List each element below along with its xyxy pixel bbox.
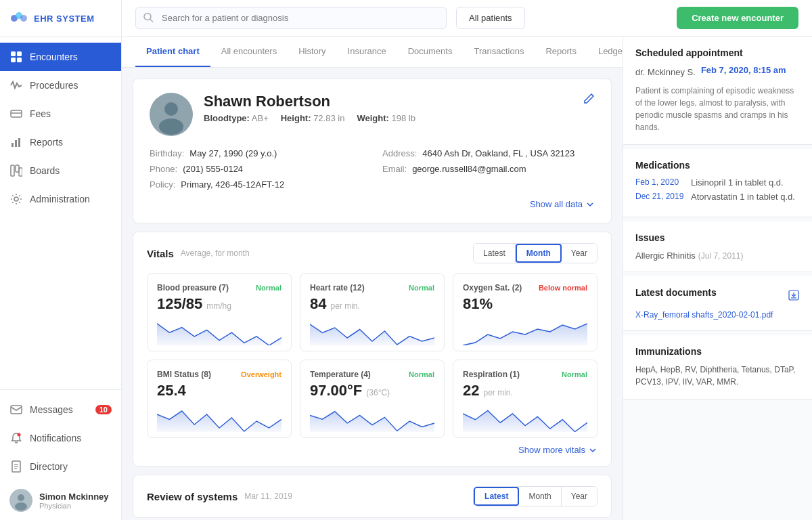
- appt-doctor: dr. Mckinney S.: [635, 67, 696, 77]
- ros-date: Mar 11, 2019: [244, 492, 292, 501]
- svg-point-28: [164, 102, 178, 116]
- vital-unit: mm/hg: [206, 301, 231, 311]
- svg-rect-9: [12, 143, 14, 147]
- tab-documents[interactable]: Documents: [397, 37, 464, 67]
- right-panel: Scheduled appointment dr. Mckinney S. Fe…: [623, 37, 812, 520]
- vital-chart: [310, 405, 434, 432]
- ros-filter-month[interactable]: Month: [519, 487, 561, 506]
- user-name: Simon Mckinney: [39, 492, 109, 502]
- svg-rect-5: [11, 58, 16, 62]
- sidebar-item-label: Reports: [30, 137, 63, 148]
- show-all-data-button[interactable]: Show all data: [150, 199, 595, 209]
- patient-details: Birthday: May 27, 1990 (29 y.o.) Address…: [150, 148, 595, 190]
- vital-value: 97.00°F: [310, 382, 362, 399]
- vital-name: Temperature (4): [310, 370, 371, 379]
- medication-row-1: Feb 1, 2020 Lisinopril 1 in tablet q.d.: [635, 177, 800, 188]
- doc-download-icon[interactable]: [788, 289, 800, 303]
- svg-rect-10: [15, 140, 17, 147]
- height-label: Height: 72.83 in: [281, 113, 345, 123]
- vital-chart: [310, 318, 434, 345]
- vitals-filter-month[interactable]: Month: [516, 244, 562, 263]
- issues-section: Issues Allergic Rhinitis (Jul 7, 2011): [623, 221, 812, 272]
- ros-title: Review of systems: [147, 491, 238, 502]
- ros-header: Review of systems Mar 11, 2019 Latest Mo…: [147, 486, 597, 506]
- vital-unit: (36°C): [366, 388, 390, 397]
- doc-filename[interactable]: X-Ray_femoral shafts_2020-02-01.pdf: [635, 310, 800, 320]
- show-more-vitals-button[interactable]: Show more vitals: [147, 445, 597, 455]
- create-encounter-button[interactable]: Create new encounter: [677, 7, 798, 29]
- tab-history[interactable]: History: [288, 37, 336, 67]
- ros-filter-latest[interactable]: Latest: [474, 487, 519, 506]
- svg-point-2: [20, 15, 27, 22]
- patient-header: Shawn Robertson Bloodtype: AB+ Height: 7…: [150, 93, 595, 136]
- latest-documents-section: Latest documents X-Ray_femoral shafts_20…: [623, 276, 812, 331]
- policy-row: Policy: Primary, 426-45-12AFT-12: [150, 179, 362, 190]
- weight-label: Weight: 198 lb: [357, 113, 415, 123]
- immunizations-title: Immunizations: [635, 346, 800, 357]
- sidebar-item-label: Boards: [30, 165, 60, 176]
- svg-rect-4: [17, 51, 22, 56]
- vital-item-4: Temperature (4) Normal 97.00°F (36°C): [300, 360, 445, 438]
- all-patients-button[interactable]: All patients: [456, 7, 525, 29]
- issue-name: Allergic Rhinitis: [635, 251, 696, 261]
- sidebar-item-messages[interactable]: Messages 10: [0, 395, 121, 424]
- vital-chart: [157, 318, 281, 345]
- tab-patient-chart[interactable]: Patient chart: [135, 37, 210, 67]
- sidebar-item-administration[interactable]: Administration: [0, 185, 121, 213]
- tab-reports[interactable]: Reports: [535, 37, 587, 67]
- vitals-filter-latest[interactable]: Latest: [474, 244, 516, 263]
- docs-title: Latest documents: [635, 287, 717, 298]
- edit-icon[interactable]: [583, 93, 595, 107]
- sidebar-item-procedures[interactable]: Procedures: [0, 71, 121, 100]
- barchart-icon: [9, 135, 23, 149]
- med-date-2: Dec 21, 2019: [635, 192, 684, 201]
- vital-unit: per min.: [330, 301, 359, 311]
- ros-filters: Latest Month Year: [473, 486, 597, 506]
- sidebar-item-encounters[interactable]: Encounters: [0, 43, 121, 71]
- sidebar-user: Simon Mckinney Physician: [0, 481, 121, 520]
- sidebar-item-label: Procedures: [30, 80, 78, 91]
- center-panel: Patient chart All encounters History Ins…: [122, 37, 623, 520]
- search-input[interactable]: [135, 7, 447, 29]
- vitals-title: Vitals: [147, 248, 174, 259]
- user-role: Physician: [39, 502, 109, 510]
- tab-ledger[interactable]: Ledger: [587, 37, 623, 67]
- tab-insurance[interactable]: Insurance: [337, 37, 397, 67]
- sidebar-item-fees[interactable]: Fees: [0, 100, 121, 128]
- sidebar-item-directory[interactable]: Directory: [0, 452, 121, 481]
- mail-icon: [9, 403, 23, 416]
- sidebar-item-label: Fees: [30, 108, 51, 119]
- svg-line-26: [150, 19, 153, 22]
- ros-filter-year[interactable]: Year: [562, 487, 597, 506]
- main-area: All patients Create new encounter Patien…: [122, 0, 812, 520]
- appt-notes: Patient is complaining of episodic weakn…: [635, 85, 800, 133]
- vital-value: 25.4: [157, 382, 186, 399]
- vital-item-5: Respiration (1) Normal 22 per min.: [453, 360, 597, 438]
- content-area: Patient chart All encounters History Ins…: [122, 37, 812, 520]
- user-info: Simon Mckinney Physician: [39, 492, 109, 510]
- logo: EHR SYSTEM: [0, 0, 121, 37]
- vital-status: Overweight: [241, 370, 281, 378]
- sidebar-item-reports[interactable]: Reports: [0, 128, 121, 156]
- svg-point-15: [14, 197, 18, 201]
- tab-transactions[interactable]: Transactions: [463, 37, 535, 67]
- boards-icon: [9, 164, 23, 177]
- book-icon: [9, 460, 23, 473]
- sidebar-item-label: Notifications: [30, 433, 81, 443]
- vital-value: 81%: [463, 295, 493, 313]
- tab-all-encounters[interactable]: All encounters: [210, 37, 288, 67]
- grid-icon: [9, 50, 23, 64]
- search-icon: [143, 12, 154, 24]
- vitals-subtitle: Average, for month: [181, 248, 250, 258]
- sidebar-item-notifications[interactable]: Notifications: [0, 424, 121, 452]
- vital-item-2: Oxygen Sat. (2) Below normal 81%: [453, 273, 597, 351]
- vitals-grid: Blood preasure (7) Normal 125/85 mm/hg: [147, 273, 597, 438]
- vitals-filter-year[interactable]: Year: [562, 244, 597, 263]
- patient-card: Shawn Robertson Bloodtype: AB+ Height: 7…: [133, 79, 612, 223]
- tabs: Patient chart All encounters History Ins…: [122, 37, 623, 68]
- svg-point-24: [15, 502, 27, 511]
- vital-chart: [463, 405, 587, 432]
- vital-item-1: Heart rate (12) Normal 84 per min.: [300, 273, 445, 351]
- sidebar-item-boards[interactable]: Boards: [0, 156, 121, 185]
- doc-header: Latest documents: [635, 287, 800, 305]
